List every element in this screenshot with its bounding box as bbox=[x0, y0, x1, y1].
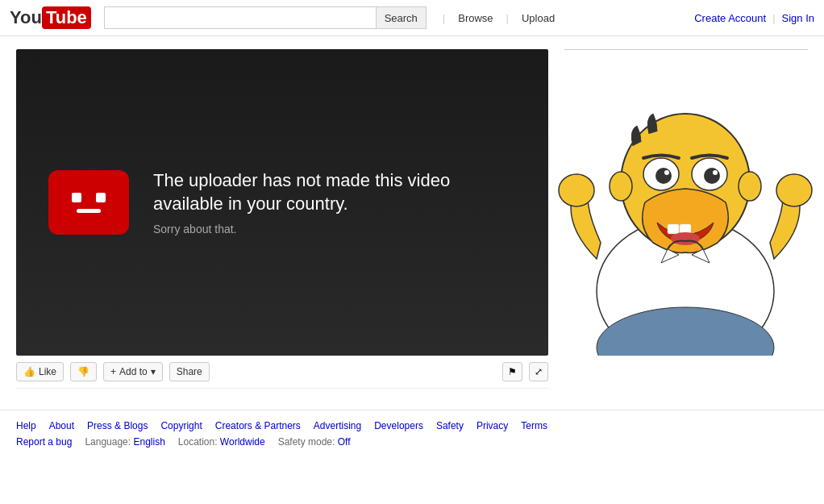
add-to-label: Add to bbox=[119, 366, 148, 377]
homer-image bbox=[548, 33, 822, 356]
create-account-link[interactable]: Create Account bbox=[694, 12, 766, 24]
add-to-button[interactable]: + Add to ▾ bbox=[103, 362, 163, 381]
svg-point-3 bbox=[776, 174, 812, 206]
footer-terms[interactable]: Terms bbox=[521, 420, 547, 431]
thumbsdown-icon: 👎 bbox=[77, 366, 89, 377]
svg-point-10 bbox=[664, 170, 669, 175]
expand-icon: ⤢ bbox=[535, 366, 543, 377]
error-text: The uploader has not made this video ava… bbox=[153, 169, 516, 235]
footer-meta: Report a bug Language: English Location:… bbox=[16, 436, 808, 448]
svg-rect-12 bbox=[668, 224, 679, 234]
logo-you: You bbox=[10, 7, 42, 28]
report-bug-link[interactable]: Report a bug bbox=[16, 436, 72, 448]
svg-point-16 bbox=[739, 172, 761, 201]
search-button[interactable]: Search bbox=[376, 6, 427, 29]
footer-copyright[interactable]: Copyright bbox=[160, 420, 202, 431]
search-form: Search bbox=[104, 6, 427, 29]
nav-browse[interactable]: Browse bbox=[458, 12, 493, 24]
like-label: Like bbox=[39, 366, 56, 377]
main-content: The uploader has not made this video ava… bbox=[0, 36, 824, 402]
expand-button[interactable]: ⤢ bbox=[529, 362, 548, 381]
safety-link[interactable]: Off bbox=[338, 436, 351, 448]
footer-links: HelpAboutPress & BlogsCopyrightCreators … bbox=[16, 420, 808, 431]
nav-links: | Browse | Upload bbox=[443, 12, 555, 24]
icon-eye-left bbox=[72, 193, 81, 202]
icon-eye-right bbox=[96, 193, 106, 202]
dislike-button[interactable]: 👎 bbox=[70, 362, 97, 381]
location-link[interactable]: Worldwide bbox=[220, 436, 265, 448]
footer-press[interactable]: Press & Blogs bbox=[87, 420, 148, 431]
flag-icon: ⚑ bbox=[508, 366, 517, 377]
nav-sep-2: | bbox=[506, 12, 509, 24]
sign-in-link[interactable]: Sign In bbox=[782, 12, 814, 24]
svg-point-11 bbox=[713, 170, 718, 175]
thumbsup-icon: 👍 bbox=[23, 366, 35, 377]
auth-sep: | bbox=[772, 12, 775, 24]
homer-svg bbox=[548, 33, 822, 356]
like-button[interactable]: 👍 Like bbox=[16, 362, 64, 381]
share-button[interactable]: Share bbox=[169, 362, 210, 381]
flag-button[interactable]: ⚑ bbox=[502, 362, 522, 381]
footer-advertising[interactable]: Advertising bbox=[314, 420, 361, 431]
location-label: Location: Worldwide bbox=[178, 436, 265, 448]
video-controls: 👍 Like 👎 + Add to ▾ Share ⚑ ⤢ bbox=[16, 356, 548, 389]
nav-sep-1: | bbox=[443, 12, 445, 24]
video-player: The uploader has not made this video ava… bbox=[16, 49, 548, 356]
footer-privacy[interactable]: Privacy bbox=[477, 420, 508, 431]
search-input[interactable] bbox=[104, 6, 376, 29]
plus-icon: + bbox=[110, 366, 116, 377]
header: YouTube Search | Browse | Upload Create … bbox=[0, 0, 824, 36]
video-section: The uploader has not made this video ava… bbox=[16, 49, 548, 389]
safety-label: Safety mode: Off bbox=[278, 436, 351, 448]
svg-point-2 bbox=[559, 174, 594, 206]
footer-creators[interactable]: Creators & Partners bbox=[215, 420, 301, 431]
footer-about[interactable]: About bbox=[49, 420, 74, 431]
svg-point-8 bbox=[655, 168, 672, 184]
auth-links: Create Account | Sign In bbox=[694, 12, 814, 24]
icon-mouth bbox=[77, 209, 101, 213]
svg-point-14 bbox=[671, 232, 700, 245]
youtube-logo[interactable]: YouTube bbox=[10, 6, 91, 29]
logo-tube: Tube bbox=[42, 6, 91, 29]
error-icon bbox=[48, 170, 129, 235]
language-link[interactable]: English bbox=[133, 436, 164, 448]
error-subtitle: Sorry about that. bbox=[153, 223, 516, 235]
footer-developers[interactable]: Developers bbox=[374, 420, 423, 431]
footer-safety[interactable]: Safety bbox=[436, 420, 464, 431]
icon-eyes bbox=[72, 193, 106, 202]
footer: HelpAboutPress & BlogsCopyrightCreators … bbox=[0, 410, 824, 454]
dropdown-icon: ▾ bbox=[151, 366, 156, 377]
error-content: The uploader has not made this video ava… bbox=[16, 169, 548, 235]
svg-point-9 bbox=[704, 168, 720, 184]
nav-upload[interactable]: Upload bbox=[522, 12, 555, 24]
language-label: Language: English bbox=[85, 436, 164, 448]
error-title: The uploader has not made this video ava… bbox=[153, 169, 516, 215]
share-label: Share bbox=[177, 366, 202, 377]
svg-point-15 bbox=[610, 172, 632, 201]
footer-help[interactable]: Help bbox=[16, 420, 36, 431]
